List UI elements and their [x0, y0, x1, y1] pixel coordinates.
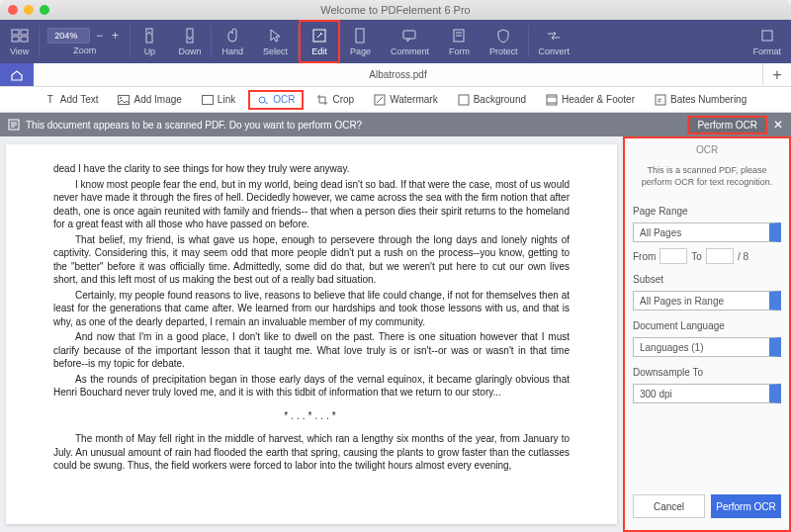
total-pages: / 8	[738, 251, 748, 262]
protect-button[interactable]: Protect	[480, 20, 528, 63]
body-text: As the rounds of precipitation began in …	[53, 373, 570, 399]
subset-select[interactable]: All Pages in Range	[633, 291, 781, 310]
header-footer-button[interactable]: Header & Footer	[539, 92, 642, 108]
cursor-icon	[266, 27, 284, 44]
down-button[interactable]: Down	[168, 20, 211, 63]
add-text-button[interactable]: TAdd Text	[38, 92, 106, 108]
svg-rect-13	[119, 95, 130, 104]
svg-rect-7	[356, 29, 364, 43]
body-text: And now that I'm in a good place, I don'…	[53, 330, 570, 371]
to-label: To	[691, 251, 702, 262]
view-icon	[11, 27, 29, 44]
edit-toolbar: TAdd Text Add Image Link OCR Crop Waterm…	[0, 87, 791, 113]
add-image-button[interactable]: Add Image	[111, 92, 188, 108]
svg-rect-2	[12, 37, 19, 42]
crop-icon	[316, 94, 328, 106]
svg-rect-3	[21, 37, 28, 42]
edit-icon	[310, 27, 328, 44]
banner-perform-ocr[interactable]: Perform OCR	[687, 116, 767, 134]
section-break: *...*...*	[53, 409, 570, 423]
svg-line-17	[265, 102, 268, 104]
bates-icon: #	[655, 94, 666, 106]
svg-line-19	[377, 97, 383, 103]
ocr-panel: OCR This is a scanned PDF, please perfor…	[623, 136, 791, 532]
downsample-select[interactable]: 300 dpi	[633, 384, 781, 403]
hand-button[interactable]: Hand	[212, 20, 253, 63]
language-label: Document Language	[633, 320, 781, 331]
pdf-page: dead I have the clarity to see things fo…	[6, 144, 617, 524]
background-button[interactable]: Background	[451, 92, 533, 108]
banner-close[interactable]: ✕	[773, 118, 783, 132]
form-button[interactable]: Form	[439, 20, 480, 63]
zoom-out[interactable]: −	[92, 29, 106, 43]
svg-rect-12	[762, 31, 772, 41]
body-text: I know most people fear the end, but in …	[53, 178, 570, 231]
shield-icon	[494, 27, 512, 44]
bates-button[interactable]: #Bates Numbering	[648, 92, 753, 108]
header-footer-icon	[546, 94, 558, 106]
tab-bar: Albatross.pdf +	[0, 63, 791, 87]
perform-ocr-button[interactable]: Perform OCR	[711, 494, 781, 518]
page-range-label: Page Range	[633, 206, 781, 217]
link-button[interactable]: Link	[195, 92, 242, 108]
view-button[interactable]: View	[0, 20, 39, 63]
body-text: The month of May fell right in the middl…	[53, 432, 570, 473]
panel-title: OCR	[633, 144, 781, 155]
home-tab[interactable]	[0, 63, 34, 86]
watermark-button[interactable]: Watermark	[367, 92, 445, 108]
page-icon	[351, 27, 369, 44]
language-select[interactable]: Languages (1)	[633, 337, 781, 357]
crop-button[interactable]: Crop	[309, 92, 361, 108]
new-tab[interactable]: +	[763, 63, 791, 86]
svg-text:#: #	[658, 97, 661, 104]
format-button[interactable]: Format	[743, 20, 791, 63]
form-icon	[450, 27, 468, 44]
select-button[interactable]: Select	[253, 20, 298, 63]
svg-rect-1	[21, 30, 28, 35]
downsample-label: Downsample To	[633, 367, 781, 378]
background-icon	[458, 94, 470, 106]
svg-point-14	[120, 97, 122, 99]
ribbon: View 204% − + Zoom Up Down Hand Select E…	[0, 20, 791, 63]
subset-label: Subset	[633, 274, 781, 285]
watermark-icon	[374, 94, 386, 106]
titlebar: Welcome to PDFelement 6 Pro	[0, 0, 791, 20]
home-icon	[10, 69, 24, 81]
format-icon	[758, 27, 776, 44]
image-icon	[118, 94, 130, 106]
arrow-down-icon	[181, 27, 199, 44]
zoom-select[interactable]: 204%	[47, 28, 90, 44]
body-text: That belief, my friend, is what gave us …	[53, 233, 570, 287]
comment-icon	[400, 27, 418, 44]
to-input[interactable]	[706, 248, 734, 264]
ocr-icon	[257, 94, 269, 106]
svg-rect-15	[202, 95, 213, 104]
zoom-in[interactable]: +	[108, 29, 122, 43]
ocr-banner: This document appears to be a scanned PD…	[0, 113, 791, 136]
from-label: From	[633, 251, 656, 262]
up-button[interactable]: Up	[131, 20, 168, 63]
zoom-group: 204% − + Zoom	[40, 20, 130, 63]
edit-button[interactable]: Edit	[299, 20, 340, 63]
body-text: dead I have the clarity to see things fo…	[53, 162, 570, 176]
hand-icon	[223, 27, 241, 44]
svg-rect-0	[12, 30, 19, 35]
window-title: Welcome to PDFelement 6 Pro	[0, 4, 791, 16]
comment-button[interactable]: Comment	[381, 20, 439, 63]
svg-point-16	[259, 97, 265, 103]
cancel-button[interactable]: Cancel	[633, 494, 705, 518]
convert-icon	[545, 27, 563, 44]
arrow-up-icon	[140, 27, 158, 44]
convert-button[interactable]: Convert	[529, 20, 580, 63]
svg-rect-8	[403, 31, 415, 39]
from-input[interactable]	[659, 248, 687, 264]
text-icon: T	[44, 94, 56, 106]
document-view[interactable]: dead I have the clarity to see things fo…	[0, 136, 623, 532]
page-button[interactable]: Page	[340, 20, 381, 63]
body-text: Certainly, my people found reasons to li…	[53, 289, 570, 329]
ocr-button[interactable]: OCR	[248, 90, 304, 110]
svg-rect-20	[459, 95, 469, 105]
banner-message: This document appears to be a scanned PD…	[26, 120, 362, 131]
page-range-select[interactable]: All Pages	[633, 222, 781, 242]
file-tab[interactable]: Albatross.pdf	[34, 63, 763, 86]
